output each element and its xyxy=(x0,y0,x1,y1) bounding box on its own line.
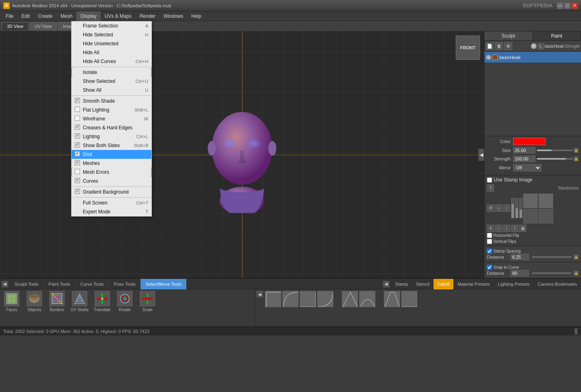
tool-faces[interactable]: Faces xyxy=(2,291,22,312)
viewport-collapse-btn[interactable]: ◀ xyxy=(478,149,484,161)
menu-expert-mode[interactable]: Expert ModeT xyxy=(72,207,152,216)
menu-help[interactable]: Help xyxy=(187,11,206,21)
stamp-question-btn[interactable]: ? xyxy=(487,184,494,192)
lighting-checkbox[interactable] xyxy=(75,133,80,139)
menu-hide-all[interactable]: Hide All xyxy=(72,48,152,57)
stamp-slider-3[interactable] xyxy=(519,198,522,218)
menu-uvs-maps[interactable]: UVs & Maps xyxy=(101,11,136,21)
menu-show-all[interactable]: Show AllU xyxy=(72,86,152,95)
color-swatch[interactable] xyxy=(513,138,545,145)
tool-scale[interactable]: Scale xyxy=(137,291,158,312)
menu-edit[interactable]: Edit xyxy=(17,11,34,21)
orientation-cube[interactable]: FRONT xyxy=(456,36,480,60)
stamp-export-btn[interactable]: ⤴ xyxy=(511,225,518,232)
stamp-flip-h-btn[interactable]: ↔ xyxy=(495,225,502,232)
tab-paint[interactable]: Paint xyxy=(533,32,581,40)
bottom-right-arrow[interactable]: ◀ xyxy=(383,281,389,287)
stamp-reset-btn[interactable]: ↺ xyxy=(487,204,494,212)
menu-lighting[interactable]: LightingCtrl+L xyxy=(72,132,152,141)
snap-curve-checkbox[interactable] xyxy=(487,265,492,270)
tab-curve-tools[interactable]: Curve Tools xyxy=(76,279,109,289)
tool-objects[interactable]: Objects xyxy=(24,291,44,312)
tab-stamp[interactable]: Stamp xyxy=(391,279,412,289)
flat-lighting-checkbox[interactable] xyxy=(75,107,80,112)
stamp-scale-btn[interactable]: ↕ xyxy=(503,204,510,212)
menu-smooth-shade[interactable]: Smooth Shade xyxy=(72,97,152,105)
snap-distance-slider[interactable] xyxy=(532,272,571,274)
menu-grid[interactable]: Grid xyxy=(72,150,152,159)
falloff-thumb-7[interactable] xyxy=(384,291,400,307)
maximize-button[interactable]: □ xyxy=(564,2,570,9)
mesh-errors-checkbox[interactable] xyxy=(75,169,80,174)
stamp-thumb-1[interactable] xyxy=(523,194,538,208)
bottom-left-arrow[interactable]: ◀ xyxy=(2,281,8,287)
tool-uv-shells[interactable]: UV Shells xyxy=(69,291,90,312)
size-input[interactable] xyxy=(513,147,535,154)
horizontal-flip-checkbox[interactable] xyxy=(487,233,492,238)
strength-lock-icon[interactable]: 🔒 xyxy=(574,156,579,161)
menu-create[interactable]: Create xyxy=(34,11,57,21)
menu-file[interactable]: File xyxy=(2,11,17,21)
vertical-flip-checkbox[interactable] xyxy=(487,239,492,244)
snap-distance-input[interactable] xyxy=(511,270,529,276)
menu-full-screen[interactable]: Full ScreenCtrl+T xyxy=(72,198,152,207)
menu-hide-selected[interactable]: Hide SelectedH xyxy=(72,30,152,39)
strength-input[interactable] xyxy=(513,156,535,162)
close-button[interactable]: ✕ xyxy=(571,2,578,9)
menu-flat-lighting[interactable]: Flat LightingShift+L xyxy=(72,105,152,114)
tab-stencil[interactable]: Stencil xyxy=(412,279,434,289)
menu-display[interactable]: Display xyxy=(76,11,100,21)
menu-hide-all-curves[interactable]: Hide All CurvesCtrl+H xyxy=(72,57,152,66)
rp-settings-btn[interactable]: ⚙ xyxy=(504,42,512,50)
falloff-thumb-5[interactable] xyxy=(342,291,358,307)
stamp-thumb-3[interactable] xyxy=(523,209,538,223)
stamp-thumb-4[interactable] xyxy=(539,209,553,223)
size-lock-icon[interactable]: 🔒 xyxy=(574,148,579,153)
menu-windows[interactable]: Windows xyxy=(160,11,187,21)
stamp-slider-1[interactable] xyxy=(511,198,514,218)
tab-sculpt-tools[interactable]: Sculpt Tools xyxy=(10,279,44,289)
stamp-move-btn[interactable]: ↔ xyxy=(495,204,502,212)
layer-row-basichead[interactable]: ● basicHead xyxy=(484,52,581,63)
falloff-arrow[interactable]: ◀ xyxy=(257,291,263,297)
creases-checkbox[interactable] xyxy=(75,124,80,130)
menu-gradient-background[interactable]: Gradient Background xyxy=(72,188,152,196)
use-stamp-checkbox[interactable] xyxy=(487,177,492,183)
falloff-thumb-3[interactable] xyxy=(300,291,316,307)
gradient-bg-checkbox[interactable] xyxy=(75,189,80,194)
menu-meshes[interactable]: Meshes xyxy=(72,159,152,168)
minimize-button[interactable]: — xyxy=(557,2,563,9)
tab-falloff[interactable]: Falloff xyxy=(434,279,454,289)
meshes-checkbox[interactable] xyxy=(75,160,80,165)
falloff-thumb-6[interactable] xyxy=(359,291,375,307)
tab-paint-tools[interactable]: Paint Tools xyxy=(44,279,76,289)
stamp-flip-v-btn[interactable]: ↕ xyxy=(503,225,510,232)
show-both-sides-checkbox[interactable] xyxy=(75,142,80,148)
rp-delete-btn[interactable]: 🗑 xyxy=(495,42,503,50)
menu-render[interactable]: Render xyxy=(135,11,159,21)
size-slider[interactable] xyxy=(537,150,573,151)
stamp-distance-lock[interactable]: 🔒 xyxy=(574,255,579,259)
tool-borders[interactable]: Borders xyxy=(47,291,67,312)
statusbar-scroll[interactable] xyxy=(575,328,578,335)
menu-frame-selection[interactable]: Frame SelectionA xyxy=(72,21,152,30)
strength-slider[interactable] xyxy=(537,158,573,160)
stamp-distance-slider[interactable] xyxy=(532,256,571,258)
curves-checkbox[interactable] xyxy=(75,178,80,183)
menu-mesh[interactable]: Mesh xyxy=(57,11,76,21)
tab-pose-tools[interactable]: Pose Tools xyxy=(109,279,141,289)
stamp-slider-2[interactable] xyxy=(515,198,518,218)
wireframe-checkbox[interactable] xyxy=(75,116,80,121)
menu-show-selected[interactable]: Show SelectedCtrl+U xyxy=(72,77,152,86)
tab-uv-view[interactable]: UV View xyxy=(29,22,57,30)
tab-select-move-tools[interactable]: Select/Move Tools xyxy=(141,279,187,289)
eye-icon[interactable]: 👁 xyxy=(531,43,537,49)
menu-hide-unselected[interactable]: Hide Unselected xyxy=(72,39,152,48)
tab-sculpt[interactable]: Sculpt xyxy=(484,32,533,40)
grid-checkbox[interactable] xyxy=(75,151,80,156)
falloff-thumb-1[interactable] xyxy=(265,291,281,307)
stamp-thumb-2[interactable] xyxy=(539,194,553,208)
menu-isolate[interactable]: Isolate xyxy=(72,68,152,77)
snap-distance-lock[interactable]: 🔒 xyxy=(574,271,579,276)
menu-show-both-sides[interactable]: Show Both SidesShift+B xyxy=(72,141,152,150)
